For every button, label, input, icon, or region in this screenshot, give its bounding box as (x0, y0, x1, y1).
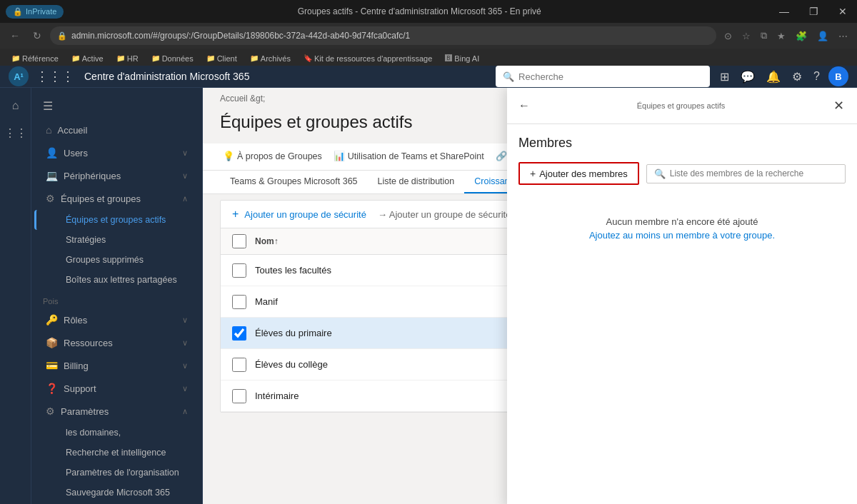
sidebar-item-parametres[interactable]: ⚙ Paramètres ∧ (34, 400, 199, 423)
panel-back-button[interactable]: ← (518, 99, 530, 112)
panel-subtitle: Équipes et groupes actifs (637, 101, 726, 110)
nav-apps-icon[interactable]: ⋮⋮ (0, 121, 33, 146)
hamburger-icon[interactable]: ☰ (43, 99, 53, 113)
member-search-input[interactable] (670, 168, 838, 178)
sidebar-sub-groupes-supprimes[interactable]: Groupes supprimés (34, 250, 199, 270)
tab-distribution[interactable]: Liste de distribution (368, 171, 465, 193)
sidebar-item-billing[interactable]: 💳 Billing ∨ (34, 354, 199, 377)
row-checkbox[interactable] (232, 295, 246, 309)
bookmark-bing[interactable]: 🅱 Bing AI (439, 52, 485, 65)
bookmark-active[interactable]: 📁 Active (66, 52, 109, 65)
right-panel: ← Équipes et groupes actifs ✕ Membres + … (507, 88, 857, 504)
restore-button[interactable]: ❐ (805, 4, 823, 19)
app-logo[interactable]: A¹ (9, 66, 29, 86)
folder-icon: 📁 (151, 54, 160, 62)
waffle-icon[interactable]: ⋮⋮⋮ (36, 69, 74, 84)
search-icon: 🔍 (503, 71, 514, 82)
search-input[interactable] (518, 71, 703, 82)
url-text: admin.microsoft.com/#/groups/:/GroupDeta… (71, 31, 410, 41)
bookmark-client[interactable]: 📁 Client (201, 52, 243, 65)
bookmark-archives[interactable]: 📁 Archivés (244, 52, 296, 65)
close-button[interactable]: ✕ (834, 4, 851, 19)
reload-button[interactable]: ↻ (29, 28, 46, 44)
folder-icon: 📁 (11, 54, 20, 62)
link-icon: 🔗 (496, 151, 507, 161)
sidebar-item-users[interactable]: 👤 Users ∨ (34, 141, 199, 164)
chevron-down-icon: ∨ (182, 338, 188, 348)
sidebar-item-ressources[interactable]: 📦 Ressources ∨ (34, 331, 199, 354)
bookmark-hr[interactable]: 📁 HR (111, 52, 144, 65)
plus-icon: + (530, 168, 536, 179)
tab-teams-usage[interactable]: 📊 Utilisation de Teams et SharePoint (331, 143, 487, 170)
sidebar: ☰ ⌂ Accueil 👤 Users ∨ 💻 Périphériques (31, 88, 203, 504)
panel-body: Membres + Ajouter des membres 🔍 Aucun me… (507, 124, 857, 504)
empty-text-line1: Aucun membre n'a encore été ajouté (530, 216, 834, 227)
tab-teams-groups[interactable]: Teams & Groupes Microsoft 365 (220, 171, 368, 193)
url-bar[interactable]: 🔒 admin.microsoft.com/#/groups/:/GroupDe… (50, 26, 716, 45)
panel-actions: + Ajouter des membres 🔍 (518, 162, 846, 185)
settings-icon[interactable]: ⚙ (789, 67, 805, 86)
tab-about-groups[interactable]: 💡 À propos de Groupes (220, 143, 325, 170)
member-search-bar[interactable]: 🔍 (646, 164, 846, 183)
inprivate-icon: 🔒 (13, 7, 23, 16)
main-content: Accueil &gt; Équipes et groupes actifs 💡… (203, 88, 857, 504)
row-checkbox[interactable] (232, 389, 246, 403)
app-title: Centre d'administration Microsoft 365 (81, 71, 488, 82)
sidebar-sub-equipes-actifs[interactable]: Équipes et groupes actifs (34, 210, 199, 230)
sidebar-item-equipes[interactable]: ⚙ Équipes et groupes ∧ (34, 187, 199, 210)
row-checkbox[interactable] (232, 263, 246, 278)
back-button[interactable]: ← (6, 28, 24, 44)
sidebar-sub-org[interactable]: Paramètres de l'organisation (34, 463, 199, 483)
more-icon[interactable]: ⋯ (835, 29, 851, 44)
sidebar-sub-boites[interactable]: Boîtes aux lettres partagées (34, 270, 199, 290)
sidebar-item-roles[interactable]: 🔑 Rôles ∨ (34, 308, 199, 331)
window-title: Groupes actifs - Centre d'administration… (64, 6, 775, 16)
split-icon[interactable]: ⧉ (757, 28, 771, 44)
help-icon[interactable]: ? (811, 67, 823, 86)
sidebar-item-support[interactable]: ❓ Support ∨ (34, 377, 199, 400)
row-checkbox[interactable] (232, 326, 246, 341)
sidebar-item-accueil[interactable]: ⌂ Accueil (34, 119, 199, 141)
chevron-down-icon: ∨ (182, 384, 188, 393)
feedback-icon[interactable]: 💬 (738, 67, 758, 86)
bookmark-donnees[interactable]: 📁 Données (146, 52, 199, 65)
teams-icon: ⚙ (46, 193, 55, 204)
sidebar-sub-recherche[interactable]: Recherche et intelligence (34, 443, 199, 463)
chevron-down-icon: ∨ (182, 171, 188, 181)
add-member-button[interactable]: + Ajouter des membres (518, 162, 639, 185)
row-checkbox[interactable] (232, 358, 246, 372)
top-app-bar: A¹ ⋮⋮⋮ Centre d'administration Microsoft… (0, 66, 857, 88)
nav-home-icon[interactable]: ⌂ (6, 94, 25, 118)
settings-icon: ⚙ (46, 405, 55, 417)
plus-icon: + (232, 208, 239, 221)
profile-icon[interactable]: 👤 (813, 29, 832, 44)
view-icon[interactable]: ⊞ (717, 67, 732, 86)
extensions-icon[interactable]: 🧩 (792, 29, 811, 44)
sidebar-item-peripheriques[interactable]: 💻 Périphériques ∨ (34, 164, 199, 187)
bookmark-kit[interactable]: 🔖 Kit de ressources d'apprentissage (298, 52, 438, 65)
sidebar-sub-sauvegarde[interactable]: Sauvegarde Microsoft 365 (34, 483, 199, 503)
panel-close-button[interactable]: ✕ (832, 96, 846, 115)
folder-icon: 📁 (250, 54, 259, 62)
favorites-icon[interactable]: ☆ (738, 29, 754, 44)
select-all-checkbox[interactable] (232, 234, 246, 248)
left-rail: ⌂ ⋮⋮ (0, 88, 31, 504)
empty-text-line2[interactable]: Ajoutez au moins un membre à votre group… (530, 230, 834, 241)
notification-icon[interactable]: 🔔 (763, 67, 783, 86)
pois-label: Pois (31, 290, 202, 308)
chevron-down-icon: ∨ (182, 316, 188, 325)
equipes-submenu: Équipes et groupes actifs Stratégies Gro… (31, 210, 202, 290)
reader-icon[interactable]: ⊙ (721, 29, 736, 44)
lock-icon: 🔒 (57, 31, 67, 41)
panel-section-title: Membres (518, 136, 846, 151)
billing-icon: 💳 (46, 360, 58, 371)
bookmark-reference[interactable]: 📁 Référence (6, 52, 64, 65)
avatar-button[interactable]: B (828, 66, 848, 86)
chevron-up-icon: ∧ (182, 407, 188, 416)
search-bar[interactable]: 🔍 (496, 66, 710, 87)
collections-icon[interactable]: ★ (773, 29, 789, 44)
minimize-button[interactable]: — (775, 4, 793, 19)
roles-icon: 🔑 (46, 314, 58, 326)
sidebar-sub-strategies[interactable]: Stratégies (34, 230, 199, 250)
sidebar-sub-domaines[interactable]: les domaines, (34, 423, 199, 443)
